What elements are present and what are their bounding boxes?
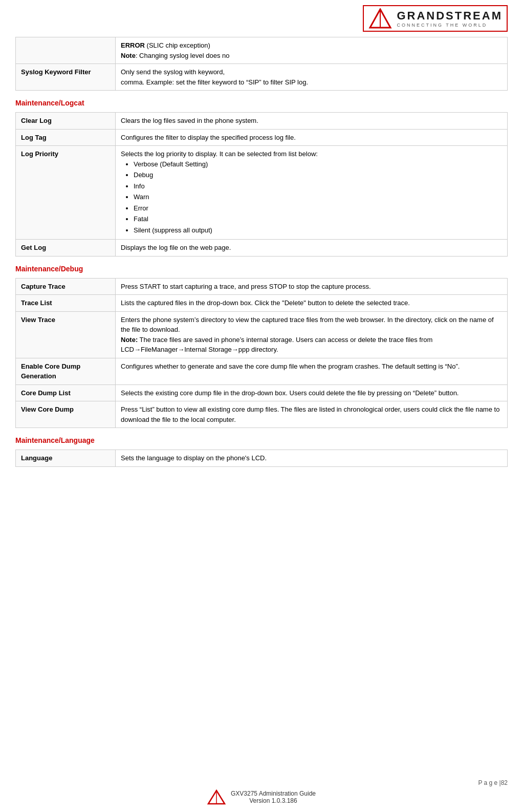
table-row: Clear Log Clears the log files saved in … bbox=[16, 113, 508, 130]
row-label: Log Tag bbox=[16, 129, 116, 146]
row-value: Sets the language to display on the phon… bbox=[116, 450, 508, 467]
list-item: Fatal bbox=[134, 214, 502, 224]
table-row: View Core Dump Press “List” button to vi… bbox=[16, 401, 508, 428]
section-heading-logcat: Maintenance/Logcat bbox=[15, 99, 508, 107]
syslog-tail-table: ERROR (SLIC chip exception) Note: Changi… bbox=[15, 37, 508, 91]
row-value: Lists the captured files in the drop-dow… bbox=[116, 295, 508, 312]
table-row: Get Log Displays the log file on the web… bbox=[16, 240, 508, 257]
table-row: View Trace Enters the phone system’s dir… bbox=[16, 311, 508, 358]
row-label: Trace List bbox=[16, 295, 116, 312]
section-heading-language: Maintenance/Language bbox=[15, 436, 508, 444]
page-label: P a g e | bbox=[478, 779, 500, 786]
footer-title: GXV3275 Administration Guide bbox=[231, 790, 316, 797]
row-label: Syslog Keyword Filter bbox=[16, 64, 116, 91]
logo-brand: GRANDSTREAM bbox=[397, 9, 503, 23]
footer-logo-icon bbox=[207, 789, 226, 805]
table-row: Log Tag Configures the filter to display… bbox=[16, 129, 508, 146]
logo-sub: CONNECTING THE WORLD bbox=[397, 23, 503, 28]
row-label: Capture Trace bbox=[16, 278, 116, 295]
page-num-value: 82 bbox=[501, 779, 508, 786]
row-label bbox=[16, 37, 116, 64]
row-label: Log Priority bbox=[16, 146, 116, 240]
logo-wrapper: GRANDSTREAM CONNECTING THE WORLD bbox=[363, 5, 508, 32]
row-value: Configures the filter to display the spe… bbox=[116, 129, 508, 146]
footer-text-group: GXV3275 Administration Guide Version 1.0… bbox=[231, 790, 316, 804]
row-label: Language bbox=[16, 450, 116, 467]
list-item: Info bbox=[134, 181, 502, 191]
table-row: Enable Core Dump Generation Configures w… bbox=[16, 358, 508, 384]
debug-table: Capture Trace Press START to start captu… bbox=[15, 278, 508, 429]
row-label: Enable Core Dump Generation bbox=[16, 358, 116, 384]
table-row: Core Dump List Selects the existing core… bbox=[16, 384, 508, 401]
logo-text-group: GRANDSTREAM CONNECTING THE WORLD bbox=[397, 9, 503, 28]
table-row: ERROR (SLIC chip exception) Note: Changi… bbox=[16, 37, 508, 64]
row-label: Get Log bbox=[16, 240, 116, 257]
log-priority-list: Verbose (Default Setting) Debug Info War… bbox=[131, 159, 502, 236]
row-label: View Trace bbox=[16, 311, 116, 358]
list-item: Error bbox=[134, 203, 502, 213]
footer: P a g e |82 GXV3275 Administration Guide… bbox=[0, 789, 523, 807]
row-value: Only send the syslog with keyword, comma… bbox=[116, 64, 508, 91]
footer-version: Version 1.0.3.186 bbox=[231, 797, 316, 804]
row-value: Clears the log files saved in the phone … bbox=[116, 113, 508, 130]
page-number: P a g e |82 bbox=[478, 779, 508, 786]
language-table: Language Sets the language to display on… bbox=[15, 450, 508, 467]
row-label: View Core Dump bbox=[16, 401, 116, 428]
list-item: Warn bbox=[134, 192, 502, 202]
row-value: ERROR (SLIC chip exception) Note: Changi… bbox=[116, 37, 508, 64]
row-label: Clear Log bbox=[16, 113, 116, 130]
row-value: Selects the log priority to display. It … bbox=[116, 146, 508, 240]
table-row: Language Sets the language to display on… bbox=[16, 450, 508, 467]
table-row: Capture Trace Press START to start captu… bbox=[16, 278, 508, 295]
list-item: Silent (suppress all output) bbox=[134, 225, 502, 236]
table-row: Log Priority Selects the log priority to… bbox=[16, 146, 508, 240]
note-bold: Note bbox=[121, 52, 136, 59]
section-heading-debug: Maintenance/Debug bbox=[15, 265, 508, 273]
list-item: Debug bbox=[134, 170, 502, 180]
row-value: Press “List” button to view all existing… bbox=[116, 401, 508, 428]
row-value: Selects the existing core dump file in t… bbox=[116, 384, 508, 401]
row-label: Core Dump List bbox=[16, 384, 116, 401]
error-bold: ERROR bbox=[121, 41, 145, 49]
table-row: Trace List Lists the captured files in t… bbox=[16, 295, 508, 312]
table-row: Syslog Keyword Filter Only send the sysl… bbox=[16, 64, 508, 91]
footer-logo-area: GXV3275 Administration Guide Version 1.0… bbox=[0, 789, 523, 805]
row-value: Configures whether to generate and save … bbox=[116, 358, 508, 384]
grandstream-logo-icon bbox=[368, 8, 393, 29]
row-value: Press START to start capturing a trace, … bbox=[116, 278, 508, 295]
page-container: GRANDSTREAM CONNECTING THE WORLD ERROR (… bbox=[0, 0, 523, 514]
row-value: Displays the log file on the web page. bbox=[116, 240, 508, 257]
header: GRANDSTREAM CONNECTING THE WORLD bbox=[15, 5, 508, 32]
list-item: Verbose (Default Setting) bbox=[134, 159, 502, 169]
note-bold: Note: bbox=[121, 336, 138, 344]
logcat-table: Clear Log Clears the log files saved in … bbox=[15, 112, 508, 257]
row-value: Enters the phone system’s directory to v… bbox=[116, 311, 508, 358]
